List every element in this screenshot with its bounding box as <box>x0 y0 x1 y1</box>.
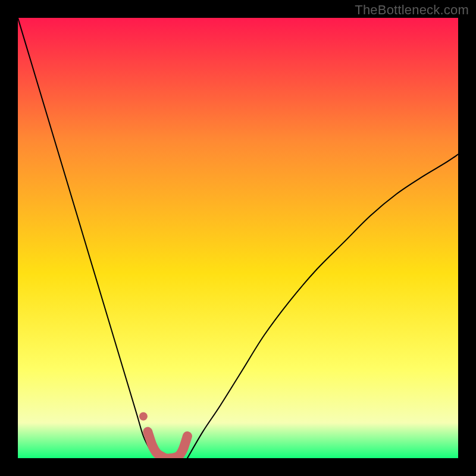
watermark-text: TheBottleneck.com <box>355 2 469 18</box>
marker-overlay-dot <box>139 412 148 421</box>
plot-area <box>18 18 458 458</box>
chart-frame: TheBottleneck.com <box>0 0 476 476</box>
chart-svg <box>18 18 458 458</box>
